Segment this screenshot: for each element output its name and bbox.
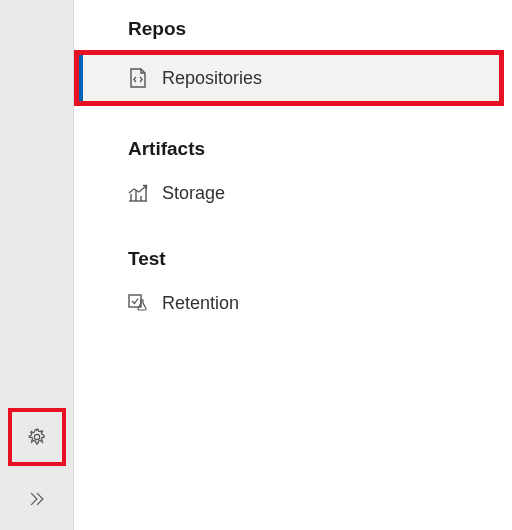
nav-item-label: Repositories xyxy=(162,68,262,89)
nav-item-repositories[interactable]: Repositories xyxy=(79,55,499,101)
nav-item-label: Retention xyxy=(162,293,239,314)
section-header-artifacts: Artifacts xyxy=(74,126,512,170)
nav-item-storage[interactable]: Storage xyxy=(74,170,512,216)
nav-item-retention[interactable]: Retention xyxy=(74,280,512,326)
flask-check-icon xyxy=(128,293,148,313)
settings-button-highlight xyxy=(8,408,66,466)
settings-nav-panel: Repos Repositories Artifacts Storage xyxy=(74,0,512,530)
code-file-icon xyxy=(128,68,148,88)
svg-point-0 xyxy=(34,434,39,439)
section-header-repos: Repos xyxy=(74,6,512,50)
nav-item-label: Storage xyxy=(162,183,225,204)
chart-icon xyxy=(128,183,148,203)
section-header-test: Test xyxy=(74,236,512,280)
expand-button[interactable] xyxy=(12,474,62,524)
gear-icon xyxy=(27,427,47,447)
settings-button[interactable] xyxy=(12,412,62,462)
left-rail xyxy=(0,0,74,530)
chevron-double-right-icon xyxy=(27,489,47,509)
repositories-highlight-box: Repositories xyxy=(74,50,504,106)
